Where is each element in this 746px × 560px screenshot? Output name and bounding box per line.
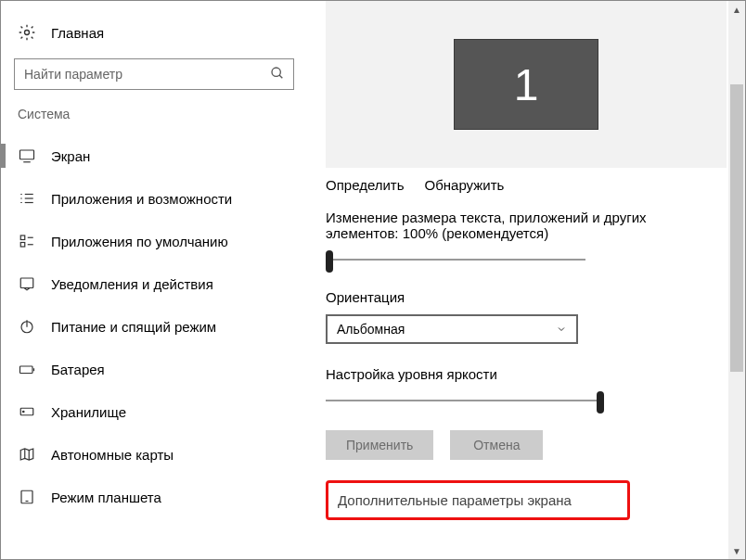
svg-rect-18 xyxy=(20,366,33,374)
sidebar-item-label: Приложения и возможности xyxy=(51,191,232,207)
sidebar-item-default-apps[interactable]: Приложения по умолчанию xyxy=(1,220,307,262)
category-label: Система xyxy=(1,107,307,134)
svg-rect-3 xyxy=(20,150,34,159)
slider-thumb[interactable] xyxy=(597,391,604,414)
advanced-display-link[interactable]: Дополнительные параметры экрана xyxy=(338,492,572,508)
settings-window: Главная Система Экран Приложения и возмо… xyxy=(1,1,745,559)
detect-link[interactable]: Определить xyxy=(326,177,405,193)
scroll-thumb[interactable] xyxy=(730,84,743,372)
search-input[interactable] xyxy=(14,58,294,90)
sidebar-item-storage[interactable]: Хранилище xyxy=(1,390,307,433)
scale-label: Изменение размера текста, приложений и д… xyxy=(326,210,678,241)
sidebar-item-label: Экран xyxy=(51,148,90,164)
apply-button[interactable]: Применить xyxy=(326,430,433,460)
sidebar-item-battery[interactable]: Батарея xyxy=(1,348,307,390)
orientation-dropdown[interactable]: Альбомная xyxy=(326,314,578,344)
svg-line-2 xyxy=(279,75,282,78)
svg-point-0 xyxy=(25,31,30,35)
sidebar-item-apps[interactable]: Приложения и возможности xyxy=(1,177,307,220)
scale-slider[interactable] xyxy=(326,250,585,269)
main-panel: 1 Определить Обнаружить Изменение размер… xyxy=(307,1,745,559)
slider-thumb[interactable] xyxy=(326,250,333,273)
home-label: Главная xyxy=(51,25,104,41)
display-preview[interactable]: 1 xyxy=(326,1,727,168)
svg-point-21 xyxy=(23,411,25,413)
sidebar-item-label: Приложения по умолчанию xyxy=(51,234,228,249)
chevron-down-icon xyxy=(556,324,567,335)
tablet-icon xyxy=(18,489,36,505)
svg-point-1 xyxy=(272,68,280,76)
orientation-value: Альбомная xyxy=(337,322,405,337)
sidebar-item-label: Уведомления и действия xyxy=(51,276,213,292)
brightness-slider[interactable] xyxy=(326,391,604,410)
sidebar-item-label: Питание и спящий режим xyxy=(51,319,216,335)
sidebar-item-power[interactable]: Питание и спящий режим xyxy=(1,305,307,348)
sidebar: Главная Система Экран Приложения и возмо… xyxy=(1,1,307,559)
brightness-label: Настройка уровня яркости xyxy=(326,366,678,382)
scrollbar[interactable]: ▲ ▼ xyxy=(728,1,745,559)
scroll-down-arrow[interactable]: ▼ xyxy=(728,542,745,559)
gear-icon xyxy=(18,23,36,42)
storage-icon xyxy=(18,403,36,420)
search-icon xyxy=(270,66,285,81)
sidebar-item-label: Батарея xyxy=(51,362,105,377)
home-link[interactable]: Главная xyxy=(1,14,307,58)
slider-line xyxy=(326,400,604,401)
cancel-button[interactable]: Отмена xyxy=(450,430,543,460)
display-icon xyxy=(18,147,36,164)
maps-icon xyxy=(18,446,36,463)
apps-icon xyxy=(18,190,36,207)
orientation-label: Ориентация xyxy=(326,289,678,305)
search-wrap xyxy=(14,58,294,90)
sidebar-item-label: Автономные карты xyxy=(51,447,174,463)
power-icon xyxy=(18,318,36,335)
sidebar-item-tablet[interactable]: Режим планшета xyxy=(1,476,307,518)
advanced-link-highlighted: Дополнительные параметры экрана xyxy=(326,480,630,520)
notifications-icon xyxy=(18,275,36,292)
sidebar-item-label: Режим планшета xyxy=(51,490,161,505)
sidebar-item-notifications[interactable]: Уведомления и действия xyxy=(1,262,307,305)
slider-line xyxy=(326,259,585,261)
sidebar-item-label: Хранилище xyxy=(51,404,126,420)
svg-rect-15 xyxy=(20,278,33,288)
default-apps-icon xyxy=(18,233,36,249)
svg-rect-12 xyxy=(20,243,25,248)
sidebar-item-maps[interactable]: Автономные карты xyxy=(1,433,307,476)
monitor-number: 1 xyxy=(514,59,539,110)
monitor-1[interactable]: 1 xyxy=(454,39,598,130)
identify-link[interactable]: Обнаружить xyxy=(425,177,505,193)
battery-icon xyxy=(18,361,36,377)
scroll-up-arrow[interactable]: ▲ xyxy=(728,1,745,18)
sidebar-item-display[interactable]: Экран xyxy=(1,134,307,177)
svg-rect-11 xyxy=(20,235,25,240)
